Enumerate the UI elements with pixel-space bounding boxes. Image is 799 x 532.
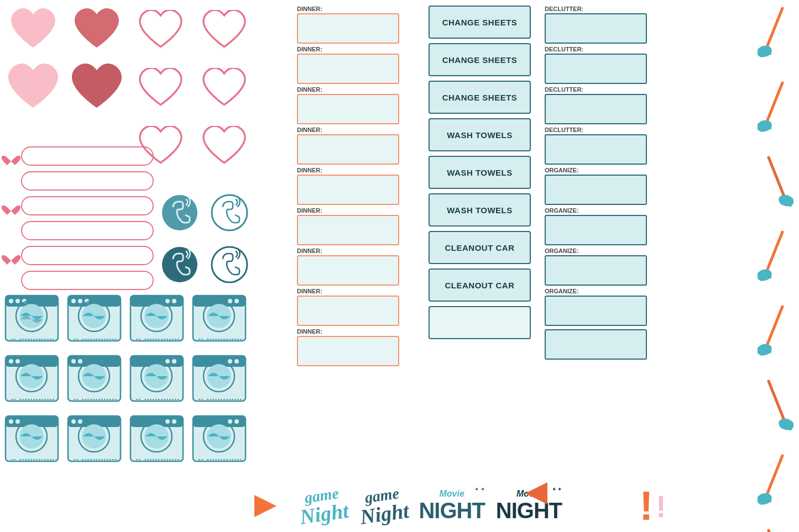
dinner-box-9[interactable] bbox=[297, 336, 399, 366]
washers-section bbox=[3, 293, 248, 468]
heart-2 bbox=[66, 3, 127, 58]
washer-7 bbox=[128, 353, 186, 408]
banner-row-6 bbox=[6, 271, 154, 290]
dinner-label-7: DINNER: bbox=[297, 247, 399, 254]
right-box-5[interactable] bbox=[545, 175, 647, 205]
svg-marker-127 bbox=[525, 482, 547, 504]
svg-point-16 bbox=[78, 299, 82, 303]
task-btn-7[interactable]: CLEANOUT CAR bbox=[429, 231, 531, 264]
svg-point-73 bbox=[15, 419, 20, 424]
svg-point-80 bbox=[71, 419, 76, 424]
svg-point-56 bbox=[165, 359, 170, 364]
right-boxes-column: DECLUTTER: DECLUTTER: DECLUTTER: DECLUTT… bbox=[545, 6, 647, 362]
task-btn-8[interactable]: CLEANOUT CAR bbox=[429, 268, 531, 302]
washer-row-3 bbox=[3, 413, 248, 468]
dinner-wrapper-3: DINNER: bbox=[297, 86, 399, 124]
banner-row-1 bbox=[6, 146, 154, 166]
brooms-section bbox=[758, 3, 793, 532]
banner-row-5 bbox=[6, 246, 154, 265]
dinner-wrapper-2: DINNER: bbox=[297, 46, 399, 84]
svg-point-65 bbox=[234, 359, 239, 364]
svg-line-117 bbox=[769, 381, 785, 423]
svg-line-114 bbox=[766, 307, 782, 348]
washer-6 bbox=[65, 353, 123, 408]
dinner-label-9: DINNER: bbox=[297, 328, 399, 335]
arrow-right-icon bbox=[254, 492, 288, 520]
svg-point-3 bbox=[212, 247, 247, 282]
task-btn-3[interactable]: CHANGE SHEETS bbox=[429, 81, 531, 114]
exclaim-small: ! bbox=[656, 492, 666, 522]
washer-3 bbox=[128, 293, 186, 347]
task-btn-1[interactable]: CHANGE SHEETS bbox=[429, 6, 531, 39]
right-box-6[interactable] bbox=[545, 215, 647, 245]
dinner-box-8[interactable] bbox=[297, 296, 399, 326]
washer-4 bbox=[190, 293, 248, 347]
dinner-box-7[interactable] bbox=[297, 255, 399, 286]
heart-7 bbox=[130, 61, 191, 116]
task-btn-4[interactable]: WASH TOWELS bbox=[429, 118, 531, 151]
svg-point-48 bbox=[71, 359, 76, 364]
broom-icon-4 bbox=[758, 227, 793, 285]
right-box-7[interactable] bbox=[545, 255, 647, 286]
phones-section bbox=[158, 191, 252, 289]
dinner-box-6[interactable] bbox=[297, 215, 399, 245]
heart-3 bbox=[130, 3, 191, 58]
heart-5 bbox=[3, 61, 64, 116]
banner-rect-1 bbox=[21, 146, 154, 166]
banner-row-4 bbox=[6, 221, 154, 240]
task-btn-6[interactable]: WASH TOWELS bbox=[429, 193, 531, 227]
svg-point-96 bbox=[228, 419, 232, 424]
svg-point-7 bbox=[15, 299, 20, 303]
phone-icon-2 bbox=[207, 191, 252, 237]
washer-5 bbox=[3, 353, 61, 408]
dinner-label-8: DINNER: bbox=[297, 288, 399, 294]
right-box-8[interactable] bbox=[545, 296, 647, 326]
dinner-wrapper-9: DINNER: bbox=[297, 328, 399, 366]
exclaim-big: ! bbox=[639, 485, 653, 526]
right-label-4: DECLUTTER: bbox=[545, 127, 647, 133]
right-box-2[interactable] bbox=[545, 54, 647, 84]
right-box-1[interactable] bbox=[545, 13, 647, 44]
banner-rect-3 bbox=[21, 196, 154, 215]
broom-icon-7 bbox=[758, 450, 793, 508]
svg-line-108 bbox=[769, 157, 785, 199]
washer-2 bbox=[65, 293, 123, 347]
dinner-box-1[interactable] bbox=[297, 13, 399, 44]
svg-line-105 bbox=[766, 83, 782, 124]
game-night-teal: game Night bbox=[296, 484, 350, 528]
washer-10 bbox=[65, 413, 123, 468]
svg-point-49 bbox=[78, 359, 82, 364]
svg-point-64 bbox=[228, 359, 232, 364]
svg-point-6 bbox=[9, 299, 13, 303]
right-box-9[interactable] bbox=[545, 329, 647, 360]
dinner-box-4[interactable] bbox=[297, 134, 399, 165]
svg-point-89 bbox=[172, 419, 176, 424]
dinner-wrapper-1: DINNER: bbox=[297, 6, 399, 44]
broom-icon-3 bbox=[758, 152, 793, 210]
dinner-wrapper-5: DINNER: bbox=[297, 167, 399, 205]
heart-1 bbox=[3, 3, 64, 58]
task-btn-5[interactable]: WASH TOWELS bbox=[429, 156, 531, 189]
right-wrapper-6: ORGANIZE: bbox=[545, 207, 647, 245]
broom-icon-2 bbox=[758, 77, 793, 135]
svg-point-15 bbox=[71, 299, 76, 303]
right-box-4[interactable] bbox=[545, 134, 647, 165]
right-label-5: ORGANIZE: bbox=[545, 167, 647, 173]
right-label-1: DECLUTTER: bbox=[545, 6, 647, 12]
right-box-3[interactable] bbox=[545, 94, 647, 124]
right-label-8: ORGANIZE: bbox=[545, 288, 647, 294]
dinner-box-3[interactable] bbox=[297, 94, 399, 124]
dinner-box-2[interactable] bbox=[297, 54, 399, 84]
right-label-2: DECLUTTER: bbox=[545, 46, 647, 52]
phone-icon-3 bbox=[158, 243, 202, 289]
task-btn-9[interactable] bbox=[429, 306, 531, 339]
dinner-box-5[interactable] bbox=[297, 175, 399, 205]
svg-point-32 bbox=[228, 299, 232, 303]
dinner-wrapper-6: DINNER: bbox=[297, 207, 399, 245]
task-btn-2[interactable]: CHANGE SHEETS bbox=[429, 43, 531, 76]
svg-point-81 bbox=[78, 419, 82, 424]
right-wrapper-8: ORGANIZE: bbox=[545, 288, 647, 326]
svg-line-102 bbox=[766, 8, 782, 50]
svg-point-24 bbox=[165, 299, 170, 303]
right-label-7: ORGANIZE: bbox=[545, 247, 647, 254]
